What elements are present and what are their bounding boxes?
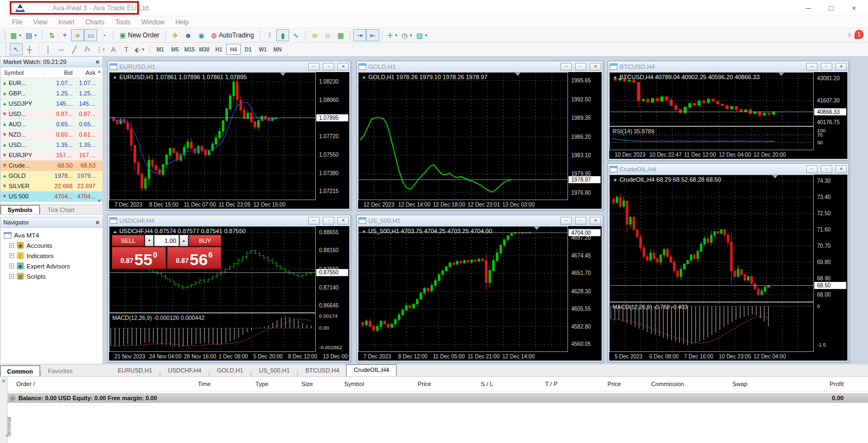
new-order-button[interactable]: ▣New Order bbox=[116, 29, 162, 41]
menu-insert[interactable]: Insert bbox=[53, 18, 80, 26]
terminal-column-price[interactable]: Price bbox=[365, 381, 432, 391]
chart-close-button[interactable]: ✕ bbox=[337, 63, 349, 70]
chart-tab-us500h1[interactable]: US_500,H1 bbox=[252, 365, 297, 376]
chart-tab-crudeoilh4[interactable]: CrudeOIL,H4 bbox=[346, 364, 397, 376]
chart-minimize-button[interactable]: ─ bbox=[806, 165, 818, 173]
chart-minimize-button[interactable]: ─ bbox=[308, 217, 320, 224]
arrows-tool-icon[interactable]: ⬖▼ bbox=[133, 43, 147, 55]
timeframe-d1[interactable]: D1 bbox=[241, 44, 256, 55]
profiles-button[interactable]: ▤▼ bbox=[24, 29, 39, 41]
expand-icon[interactable]: + bbox=[9, 243, 14, 248]
timeframe-m30[interactable]: M30 bbox=[197, 44, 212, 55]
timeframe-m1[interactable]: M1 bbox=[153, 44, 168, 55]
menu-window[interactable]: Window bbox=[136, 18, 170, 26]
buy-price-display[interactable]: 0.87566 bbox=[167, 247, 221, 269]
chart-canvas[interactable]: 1995.651992.501989.351986.201983.101979.… bbox=[358, 72, 602, 209]
chart-close-button[interactable]: ✕ bbox=[835, 165, 847, 173]
new-chart-button[interactable]: ▦▼ bbox=[9, 29, 24, 41]
navigator-item-scripts[interactable]: +▤Scripts bbox=[4, 271, 103, 281]
chart-restore-button[interactable]: ▫ bbox=[821, 63, 832, 70]
market-watch-row-eurjpy[interactable]: ▼EURJPY157....157.... bbox=[1, 150, 103, 160]
channel-tool-icon[interactable]: ⫽E bbox=[81, 43, 94, 55]
window-maximize-button[interactable]: □ bbox=[820, 2, 842, 14]
sell-price-display[interactable]: 0.87550 bbox=[112, 247, 166, 269]
volume-increase-button[interactable]: ▲ bbox=[180, 235, 188, 246]
autotrading-button[interactable]: ◍AutoTrading bbox=[208, 29, 257, 41]
market-watch-row-nzd[interactable]: ▼NZD...0.60...0.61... bbox=[1, 130, 103, 140]
window-close-button[interactable]: × bbox=[843, 2, 865, 14]
chart-minimize-button[interactable]: ─ bbox=[560, 217, 572, 224]
navigator-root-item[interactable]: Ava MT4 bbox=[4, 230, 103, 240]
buy-button[interactable]: BUY bbox=[189, 235, 221, 246]
chart-tab-btcusdh4[interactable]: BTCUSD,H4 bbox=[298, 365, 346, 376]
zoom-in-icon[interactable]: ⊕ bbox=[308, 29, 321, 41]
chart-canvas[interactable]: 1.082301.080601.077201.075501.073801.072… bbox=[109, 72, 349, 209]
market-watch-close-icon[interactable]: ✕ bbox=[95, 59, 100, 65]
menu-file[interactable]: File bbox=[7, 18, 28, 26]
chart-canvas[interactable]: 43081.2041607.3040176.7540866.331007030R… bbox=[609, 72, 847, 159]
timeframe-m15[interactable]: M15 bbox=[182, 44, 197, 55]
navigator-item-accounts[interactable]: +◉Accounts bbox=[4, 240, 103, 251]
chart-tab-eurusdh1[interactable]: EURUSD,H1 bbox=[111, 365, 159, 376]
periods-button[interactable]: ◷▼ bbox=[400, 29, 414, 41]
chart-minimize-button[interactable]: ─ bbox=[308, 63, 320, 70]
line-chart-mode-icon[interactable]: ∿ bbox=[289, 29, 302, 41]
indicators-button[interactable]: ✛▼ bbox=[385, 29, 400, 41]
tab-common[interactable]: Common bbox=[0, 365, 40, 376]
chart-canvas[interactable]: 4697.204674.454651.704628.304605.554582.… bbox=[358, 226, 602, 361]
market-watch-row-us500[interactable]: ▼US 5004704...4704... bbox=[1, 191, 103, 202]
vertical-line-tool-icon[interactable]: │ bbox=[42, 43, 55, 55]
trendline-tool-icon[interactable]: ╱ bbox=[68, 43, 81, 55]
chart-restore-button[interactable]: ▫ bbox=[323, 63, 334, 70]
community-icon[interactable]: ☻ bbox=[182, 29, 195, 41]
chart-restore-button[interactable]: ▫ bbox=[575, 63, 586, 70]
timeframe-mn[interactable]: MN bbox=[270, 44, 285, 55]
chart-restore-button[interactable]: ▫ bbox=[575, 217, 586, 224]
terminal-column-commission[interactable]: Commission bbox=[622, 381, 685, 391]
timeframe-w1[interactable]: W1 bbox=[256, 44, 270, 55]
chart-close-button[interactable]: ✕ bbox=[590, 217, 601, 224]
chart-window-usdchf[interactable]: USDCHF,H4─▫✕ 0.886550.881600.876500.8714… bbox=[107, 215, 351, 362]
templates-button[interactable]: ▧▼ bbox=[414, 29, 430, 41]
chart-window-us500[interactable]: US_500,H1─▫✕ 4697.204674.454651.704628.3… bbox=[356, 215, 603, 362]
tab-favorites[interactable]: Favorites bbox=[42, 365, 79, 376]
chart-shift-icon[interactable]: ⇤ bbox=[366, 29, 379, 41]
market-watch-row-gbp[interactable]: ▲GBP...1.25...1.25... bbox=[1, 88, 103, 99]
chart-window-eurusd[interactable]: EURUSD,H1─▫✕ 1.082301.080601.077201.0755… bbox=[107, 61, 351, 210]
terminal-column-type[interactable]: Type bbox=[212, 381, 270, 391]
auto-scroll-icon[interactable]: ⇥ bbox=[353, 29, 366, 41]
terminal-close-icon[interactable]: ✕ bbox=[2, 378, 6, 384]
tab-symbols[interactable]: Symbols bbox=[1, 205, 40, 214]
market-watch-toggle-button[interactable]: ⇅ bbox=[45, 29, 58, 41]
market-watch-row-silver[interactable]: ▼SILVER22.66822.697 bbox=[1, 181, 103, 191]
expand-icon[interactable]: + bbox=[9, 274, 14, 279]
volume-input[interactable]: 1.00 bbox=[154, 235, 179, 246]
chart-minimize-button[interactable]: ─ bbox=[806, 63, 818, 70]
market-watch-row-usdjpy[interactable]: ▲USDJPY145....145.... bbox=[1, 99, 103, 109]
scroll-down-icon[interactable]: ▼ bbox=[97, 198, 101, 203]
chart-tab-goldh1[interactable]: GOLD,H1 bbox=[210, 365, 250, 376]
terminal-column-profit[interactable]: Profit bbox=[749, 381, 845, 391]
terminal-column-symbol[interactable]: Symbol bbox=[314, 381, 365, 391]
market-watch-row-eur[interactable]: ▲EUR...1.07...1.07... bbox=[1, 78, 103, 88]
fibonacci-tool-icon[interactable]: ⋮F bbox=[94, 43, 107, 55]
expand-icon[interactable]: + bbox=[9, 264, 14, 268]
market-watch-row-aud[interactable]: ▲AUD...0.65...0.65... bbox=[1, 119, 103, 130]
text-tool-icon[interactable]: A bbox=[107, 43, 120, 55]
terminal-column-tp[interactable]: T / P bbox=[494, 381, 559, 391]
text-label-tool-icon[interactable]: T bbox=[120, 43, 133, 55]
chart-window-crudeoil[interactable]: CrudeOIL,H4─▫✕ 74.3073.4072.5071.6070.70… bbox=[608, 163, 849, 362]
crosshair-tool-icon[interactable]: ┼ bbox=[23, 43, 36, 55]
window-minimize-button[interactable]: ─ bbox=[797, 2, 819, 14]
market-watch-row-usd[interactable]: ▼USD...0.87...0.87... bbox=[1, 109, 103, 119]
menu-tools[interactable]: Tools bbox=[110, 18, 136, 26]
sell-button[interactable]: SELL bbox=[112, 235, 144, 246]
chart-close-button[interactable]: ✕ bbox=[337, 217, 349, 224]
signals-icon[interactable]: ◉ bbox=[195, 29, 208, 41]
timeframe-m5[interactable]: M5 bbox=[168, 44, 182, 55]
chart-window-btcusd[interactable]: BTCUSD,H4─▫✕ 43081.2041607.3040176.75408… bbox=[608, 61, 849, 160]
volume-decrease-button[interactable]: ▼ bbox=[145, 235, 154, 246]
navigator-toggle-button[interactable]: ★ bbox=[71, 29, 84, 41]
notification-badge[interactable]: 1 bbox=[854, 30, 864, 39]
menu-help[interactable]: Help bbox=[170, 18, 194, 26]
